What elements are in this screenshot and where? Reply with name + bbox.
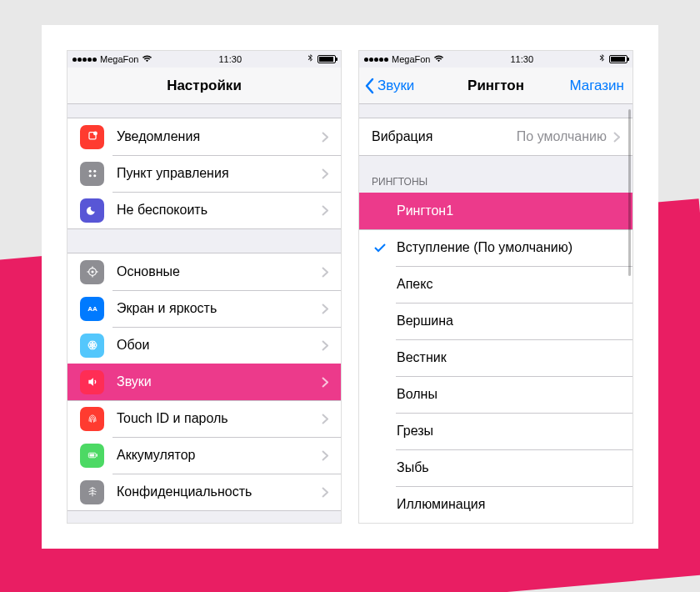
ringtone-row[interactable]: Зыбь bbox=[359, 449, 632, 486]
settings-row-dnd[interactable]: Не беспокоить bbox=[68, 192, 341, 228]
chevron-right-icon bbox=[322, 205, 328, 216]
ringtone-label: Вестник bbox=[397, 350, 447, 365]
clock-label: 11:30 bbox=[510, 54, 533, 64]
svg-rect-20 bbox=[89, 454, 94, 456]
chevron-right-icon bbox=[322, 414, 328, 424]
settings-row-privacy[interactable]: Конфиденциальность bbox=[68, 474, 341, 510]
ringtone-label: Иллюминация bbox=[397, 497, 485, 512]
svg-point-1 bbox=[92, 131, 97, 135]
signal-dots-icon bbox=[364, 58, 388, 62]
row-label: Конфиденциальность bbox=[117, 484, 322, 499]
phone-settings: MegaFon 11:30 Настройки УведомленияПункт… bbox=[67, 50, 342, 524]
svg-point-4 bbox=[88, 174, 91, 177]
chevron-right-icon bbox=[322, 267, 328, 278]
sounds-icon bbox=[80, 370, 104, 394]
ringtone-row[interactable]: Вестник bbox=[359, 339, 632, 376]
settings-row-battery[interactable]: Аккумулятор bbox=[68, 437, 341, 474]
wifi-icon bbox=[142, 54, 152, 64]
ringtone-label: Рингтон1 bbox=[397, 203, 453, 218]
ringtone-label: Грезы bbox=[397, 424, 433, 439]
wallpaper-icon bbox=[80, 334, 104, 358]
row-label: Аккумулятор bbox=[117, 448, 322, 463]
ringtone-label: Волны bbox=[397, 387, 438, 402]
settings-content: УведомленияПункт управленияНе беспокоить… bbox=[68, 104, 341, 523]
ringtone-label: Вершина bbox=[397, 314, 453, 329]
chevron-right-icon bbox=[322, 132, 328, 143]
ringtone-row[interactable]: Волны bbox=[359, 376, 632, 413]
nav-bar: Настройки bbox=[68, 68, 341, 104]
ringtones-header: РИНГТОНЫ bbox=[359, 171, 632, 193]
vibration-row[interactable]: Вибрация По умолчанию bbox=[359, 118, 632, 155]
screenshot-card: MegaFon 11:30 Настройки УведомленияПункт… bbox=[42, 25, 658, 549]
wifi-icon bbox=[433, 54, 444, 64]
ringtones-group: Рингтон1Вступление (По умолчанию)АпексВе… bbox=[359, 193, 632, 523]
ringtone-label: Зыбь bbox=[397, 460, 429, 475]
svg-rect-19 bbox=[96, 454, 97, 456]
settings-row-notifications[interactable]: Уведомления bbox=[68, 118, 341, 155]
settings-row-sounds[interactable]: Звуки bbox=[68, 364, 341, 400]
back-label: Звуки bbox=[378, 78, 414, 94]
chevron-right-icon bbox=[322, 487, 328, 498]
bluetooth-icon bbox=[308, 54, 313, 65]
status-bar: MegaFon 11:30 bbox=[359, 51, 632, 68]
ringtone-label: Апекс bbox=[397, 277, 432, 292]
ringtone-row[interactable]: Грезы bbox=[359, 413, 632, 449]
store-label: Магазин bbox=[569, 78, 624, 94]
page-title: Настройки bbox=[167, 78, 242, 94]
row-label: Обои bbox=[117, 338, 322, 353]
chevron-right-icon bbox=[322, 340, 328, 351]
chevron-right-icon bbox=[322, 168, 328, 179]
battery-icon bbox=[318, 55, 336, 63]
svg-point-3 bbox=[93, 170, 96, 173]
settings-group: ОсновныеAAЭкран и яркостьОбоиЗвукиTouch … bbox=[68, 253, 341, 511]
carrier-label: MegaFon bbox=[392, 54, 430, 64]
row-label: Touch ID и пароль bbox=[117, 411, 322, 426]
settings-group: УведомленияПункт управленияНе беспокоить bbox=[68, 118, 341, 229]
svg-point-7 bbox=[91, 270, 93, 273]
battery-icon bbox=[80, 444, 104, 468]
scrollbar[interactable] bbox=[628, 109, 631, 276]
svg-text:AA: AA bbox=[88, 305, 98, 313]
ringtone-row[interactable]: Рингтон1 bbox=[359, 193, 632, 229]
row-label: Основные bbox=[117, 264, 322, 279]
carrier-label: MegaFon bbox=[100, 54, 138, 64]
control-center-icon bbox=[80, 162, 104, 186]
touchid-icon bbox=[80, 407, 104, 431]
page-title: Рингтон bbox=[468, 78, 524, 94]
chevron-right-icon bbox=[322, 377, 328, 388]
dnd-icon bbox=[80, 198, 104, 223]
chevron-right-icon bbox=[322, 304, 328, 314]
settings-row-touchid[interactable]: Touch ID и пароль bbox=[68, 400, 341, 437]
row-label: Не беспокоить bbox=[117, 203, 322, 218]
ringtone-label: Вступление (По умолчанию) bbox=[397, 240, 572, 255]
vibration-value: По умолчанию bbox=[517, 129, 607, 144]
clock-label: 11:30 bbox=[218, 54, 242, 64]
chevron-right-icon bbox=[322, 450, 328, 461]
settings-row-wallpaper[interactable]: Обои bbox=[68, 327, 341, 364]
ringtone-row[interactable]: Вступление (По умолчанию) bbox=[359, 229, 632, 266]
settings-row-display[interactable]: AAЭкран и яркость bbox=[68, 290, 341, 327]
settings-row-control-center[interactable]: Пункт управления bbox=[68, 155, 341, 192]
ringtone-content: Вибрация По умолчанию РИНГТОНЫ Рингтон1В… bbox=[359, 104, 632, 523]
privacy-icon bbox=[80, 480, 104, 504]
row-label: Звуки bbox=[117, 374, 322, 389]
store-button[interactable]: Магазин bbox=[569, 68, 624, 103]
chevron-right-icon bbox=[613, 132, 620, 143]
back-button[interactable]: Звуки bbox=[364, 68, 414, 103]
bluetooth-icon bbox=[599, 54, 605, 65]
svg-point-2 bbox=[88, 170, 91, 173]
ringtone-row[interactable]: Апекс bbox=[359, 266, 632, 303]
notifications-icon bbox=[80, 125, 104, 149]
display-icon: AA bbox=[80, 297, 104, 321]
nav-bar: Звуки Рингтон Магазин bbox=[359, 68, 632, 104]
settings-row-general[interactable]: Основные bbox=[68, 253, 341, 290]
ringtone-row[interactable]: Вершина bbox=[359, 303, 632, 339]
row-label: Экран и яркость bbox=[117, 301, 322, 316]
battery-icon bbox=[609, 55, 628, 63]
general-icon bbox=[80, 260, 104, 284]
vibration-label: Вибрация bbox=[372, 129, 517, 144]
svg-point-14 bbox=[91, 344, 92, 346]
signal-dots-icon bbox=[72, 58, 97, 62]
ringtone-row[interactable]: Иллюминация bbox=[359, 486, 632, 523]
status-bar: MegaFon 11:30 bbox=[68, 51, 341, 68]
